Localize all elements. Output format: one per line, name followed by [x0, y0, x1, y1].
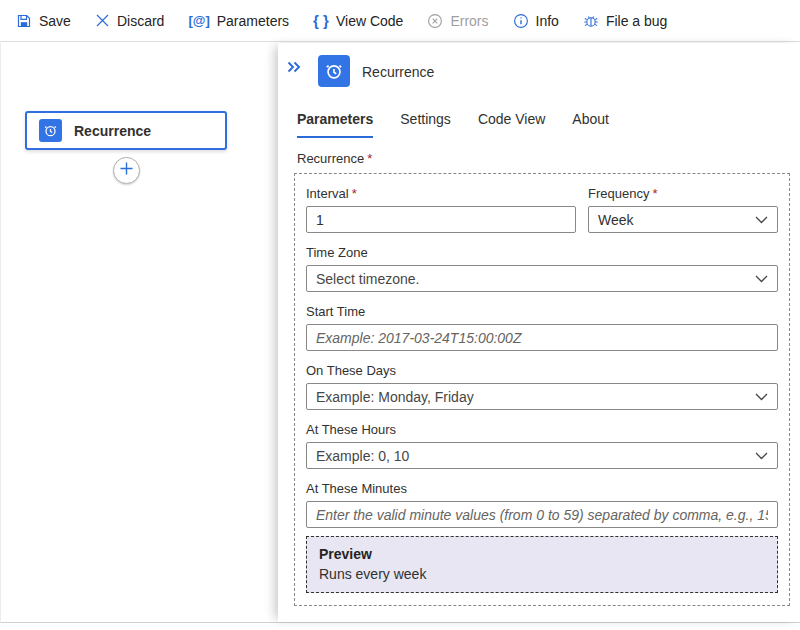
- save-icon: [16, 13, 32, 29]
- on-these-days-dropdown[interactable]: Example: Monday, Friday: [306, 383, 778, 410]
- file-a-bug-label: File a bug: [606, 13, 667, 29]
- bug-icon: [583, 13, 599, 29]
- time-zone-dropdown[interactable]: Select timezone.: [306, 265, 778, 292]
- add-step-button[interactable]: [113, 157, 140, 184]
- frequency-dropdown[interactable]: Week: [588, 206, 778, 233]
- at-these-hours-dropdown[interactable]: Example: 0, 10: [306, 442, 778, 469]
- interval-input[interactable]: [306, 206, 576, 233]
- designer-surface: Recurrence R: [0, 43, 800, 623]
- time-zone-placeholder: Select timezone.: [316, 271, 420, 287]
- recurrence-clock-icon: [318, 55, 350, 87]
- time-zone-field: Time Zone Select timezone.: [306, 245, 778, 292]
- tab-about[interactable]: About: [572, 111, 609, 138]
- frequency-value: Week: [598, 212, 634, 228]
- at-these-minutes-input[interactable]: [306, 501, 778, 528]
- tab-parameters[interactable]: Parameters: [297, 111, 373, 138]
- discard-label: Discard: [117, 13, 164, 29]
- view-code-icon: { }: [313, 12, 329, 29]
- chevron-down-icon: [755, 452, 768, 460]
- discard-icon: [95, 13, 110, 28]
- interval-field: Interval*: [306, 186, 576, 233]
- on-these-days-placeholder: Example: Monday, Friday: [316, 389, 474, 405]
- on-these-days-field: On These Days Example: Monday, Friday: [306, 363, 778, 410]
- parameters-tab-content: Recurrence* Interval* Frequency*: [278, 138, 800, 606]
- chevron-down-icon: [755, 275, 768, 283]
- parameters-button[interactable]: [@] Parameters: [176, 0, 301, 41]
- tab-settings[interactable]: Settings: [400, 111, 451, 138]
- at-these-minutes-field: At These Minutes: [306, 481, 778, 528]
- errors-label: Errors: [450, 13, 488, 29]
- panel-tabs: Parameters Settings Code View About: [278, 111, 800, 138]
- at-these-minutes-label: At These Minutes: [306, 481, 778, 496]
- workflow-canvas[interactable]: Recurrence: [1, 43, 278, 622]
- trigger-details-panel: Recurrence Parameters Settings Code View…: [278, 43, 800, 622]
- info-button[interactable]: Info: [501, 0, 571, 41]
- on-these-days-label: On These Days: [306, 363, 778, 378]
- frequency-field: Frequency* Week: [588, 186, 778, 233]
- view-code-button[interactable]: { } View Code: [301, 0, 415, 41]
- start-time-input[interactable]: [306, 324, 778, 351]
- frequency-label: Frequency*: [588, 186, 778, 201]
- errors-button: Errors: [415, 0, 500, 41]
- parameters-label: Parameters: [217, 13, 289, 29]
- at-these-hours-label: At These Hours: [306, 422, 778, 437]
- plus-icon: [119, 161, 134, 180]
- start-time-label: Start Time: [306, 304, 778, 319]
- discard-button[interactable]: Discard: [83, 0, 176, 41]
- errors-icon: [427, 13, 443, 29]
- preview-box: Preview Runs every week: [306, 536, 778, 593]
- at-these-hours-field: At These Hours Example: 0, 10: [306, 422, 778, 469]
- info-label: Info: [536, 13, 559, 29]
- node-title: Recurrence: [74, 123, 151, 139]
- required-asterisk: *: [367, 151, 372, 166]
- interval-label: Interval*: [306, 186, 576, 201]
- preview-title: Preview: [319, 546, 765, 562]
- chevron-down-icon: [755, 393, 768, 401]
- start-time-field: Start Time: [306, 304, 778, 351]
- command-bar: Save Discard [@] Parameters { } View Cod…: [0, 0, 800, 42]
- recurrence-trigger-node[interactable]: Recurrence: [25, 111, 227, 150]
- preview-text: Runs every week: [319, 566, 765, 582]
- view-code-label: View Code: [336, 13, 403, 29]
- recurrence-parameters-group: Interval* Frequency* Week: [294, 173, 790, 606]
- panel-header: Recurrence: [278, 43, 800, 103]
- collapse-panel-icon[interactable]: [286, 60, 302, 78]
- file-a-bug-button[interactable]: File a bug: [571, 0, 679, 41]
- tab-code-view[interactable]: Code View: [478, 111, 545, 138]
- time-zone-label: Time Zone: [306, 245, 778, 260]
- parameters-icon: [@]: [188, 13, 209, 28]
- required-asterisk: *: [652, 186, 657, 201]
- required-asterisk: *: [352, 186, 357, 201]
- panel-title: Recurrence: [362, 64, 434, 80]
- recurrence-clock-icon: [39, 119, 62, 142]
- save-button[interactable]: Save: [4, 0, 83, 41]
- save-label: Save: [39, 13, 71, 29]
- chevron-down-icon: [755, 216, 768, 224]
- at-these-hours-placeholder: Example: 0, 10: [316, 448, 409, 464]
- info-icon: [513, 13, 529, 29]
- recurrence-group-label: Recurrence*: [297, 151, 800, 166]
